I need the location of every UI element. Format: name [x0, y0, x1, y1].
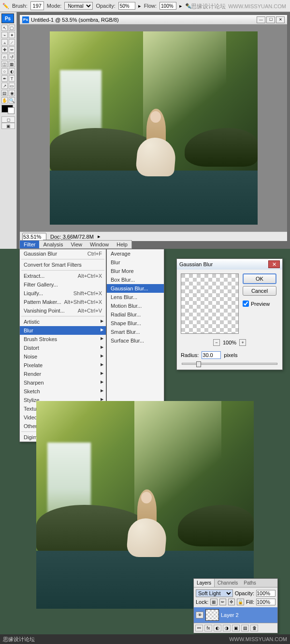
flow-arrow-icon[interactable]: ▸: [179, 3, 182, 9]
path-tool[interactable]: ↗: [1, 83, 8, 89]
menu-sharpen[interactable]: Sharpen: [20, 378, 106, 387]
menu-help[interactable]: Help: [113, 241, 131, 248]
menu-sketch[interactable]: Sketch: [20, 387, 106, 396]
mode-select[interactable]: Normal: [64, 2, 93, 10]
gradient-tool[interactable]: ▦: [9, 61, 15, 67]
eyedropper-tool[interactable]: ◉: [9, 90, 15, 96]
menu-filter-gallery[interactable]: Filter Gallery...: [20, 280, 106, 289]
submenu-gaussian-blur[interactable]: Gaussian Blur...: [107, 284, 164, 293]
menu-artistic[interactable]: Artistic: [20, 317, 106, 326]
preview-checkbox[interactable]: [243, 301, 249, 307]
cancel-button[interactable]: Cancel: [243, 286, 276, 296]
menu-extract[interactable]: Extract...Alt+Ctrl+X: [20, 272, 106, 280]
marquee-tool[interactable]: ▢: [9, 25, 15, 31]
slice-tool[interactable]: ⟋: [9, 39, 15, 45]
layer-thumbnail[interactable]: [205, 609, 219, 621]
document-titlebar[interactable]: Ps Untitled-1 @ 53.5% (sombra, RGB/8) — …: [20, 15, 287, 25]
canvas[interactable]: [20, 25, 287, 231]
submenu-blur[interactable]: Blur: [107, 258, 164, 267]
submenu-lens-blur[interactable]: Lens Blur...: [107, 293, 164, 301]
stamp-tool[interactable]: ⎌: [1, 54, 8, 60]
layer-name[interactable]: Layer 2: [221, 612, 239, 618]
zoom-out-button[interactable]: −: [213, 339, 220, 346]
radius-slider[interactable]: [182, 363, 277, 365]
dodge-tool[interactable]: ◐: [9, 68, 15, 74]
tab-channels[interactable]: Channels: [215, 579, 241, 587]
ok-button[interactable]: OK: [243, 273, 276, 284]
close-button[interactable]: ✕: [276, 16, 285, 23]
maximize-button[interactable]: ☐: [266, 16, 275, 23]
notes-tool[interactable]: ▤: [1, 90, 8, 96]
menu-blur[interactable]: Blur: [20, 326, 106, 335]
type-tool[interactable]: T: [9, 75, 15, 82]
eraser-tool[interactable]: ◫: [1, 61, 8, 67]
zoom-in-button[interactable]: +: [239, 339, 246, 346]
ps-logo-icon[interactable]: Ps: [1, 14, 14, 23]
fill-input[interactable]: [256, 599, 276, 605]
tab-layers[interactable]: Layers: [194, 579, 215, 587]
menu-vanishing-point[interactable]: Vanishing Point...Alt+Ctrl+V: [20, 306, 106, 315]
slider-thumb[interactable]: [196, 361, 201, 367]
brush-tool[interactable]: ✏: [9, 46, 15, 53]
crop-tool[interactable]: ⟁: [1, 39, 8, 45]
submenu-box-blur[interactable]: Box Blur...: [107, 275, 164, 284]
screenmode-toggle[interactable]: ▣: [1, 123, 15, 129]
submenu-motion-blur[interactable]: Motion Blur...: [107, 301, 164, 310]
quickmask-toggle[interactable]: ◻: [1, 116, 15, 123]
adjust-icon[interactable]: ◑: [223, 625, 231, 631]
menu-window[interactable]: Window: [86, 241, 113, 248]
flow-input[interactable]: [160, 2, 176, 10]
submenu-surface-blur[interactable]: Surface Blur...: [107, 336, 164, 345]
wand-tool[interactable]: ✦: [9, 32, 15, 38]
minimize-button[interactable]: —: [257, 16, 265, 23]
menu-last-filter[interactable]: Gaussian BlurCtrl+F: [20, 249, 106, 258]
menu-convert-smart[interactable]: Convert for Smart Filters: [20, 260, 106, 269]
menu-brush-strokes[interactable]: Brush Strokes: [20, 335, 106, 343]
lock-pos-icon[interactable]: ✥: [228, 599, 235, 605]
menu-analysis[interactable]: Analysis: [39, 241, 67, 248]
history-brush-tool[interactable]: ↺: [9, 54, 15, 60]
blend-mode-select[interactable]: Soft Light: [196, 589, 233, 597]
zoom-tool[interactable]: 🔍: [9, 97, 15, 103]
menu-pixelate[interactable]: Pixelate: [20, 361, 106, 370]
brush-picker[interactable]: 197: [30, 1, 44, 10]
doc-info-arrow-icon[interactable]: ▸: [98, 233, 101, 240]
hand-tool[interactable]: ✋: [1, 97, 8, 103]
menu-render[interactable]: Render: [20, 370, 106, 378]
submenu-blur-more[interactable]: Blur More: [107, 267, 164, 275]
menu-noise[interactable]: Noise: [20, 352, 106, 361]
dialog-preview[interactable]: [181, 273, 239, 334]
dialog-close-button[interactable]: ✕: [268, 260, 280, 268]
menu-distort[interactable]: Distort: [20, 343, 106, 352]
lock-trans-icon[interactable]: ▦: [210, 599, 217, 605]
lock-all-icon[interactable]: 🔒: [237, 599, 244, 605]
move-tool[interactable]: ↖: [1, 25, 8, 31]
opacity-input[interactable]: [118, 2, 135, 10]
layer-opacity-input[interactable]: [256, 590, 276, 597]
new-layer-icon[interactable]: ▤: [241, 625, 249, 631]
shape-tool[interactable]: ▭: [9, 83, 15, 89]
submenu-average[interactable]: Average: [107, 249, 164, 258]
tab-paths[interactable]: Paths: [241, 579, 259, 587]
visibility-icon[interactable]: 👁: [196, 612, 203, 618]
radius-input[interactable]: [202, 351, 221, 359]
lasso-tool[interactable]: ⌁: [1, 32, 8, 38]
fx-icon[interactable]: fx: [204, 625, 212, 631]
opacity-arrow-icon[interactable]: ▸: [138, 3, 141, 9]
submenu-smart-blur[interactable]: Smart Blur...: [107, 328, 164, 336]
menu-view[interactable]: View: [67, 241, 86, 248]
heal-tool[interactable]: ✚: [1, 46, 8, 53]
mask-icon[interactable]: ◐: [214, 625, 221, 631]
group-icon[interactable]: ▣: [232, 625, 240, 631]
link-icon[interactable]: ⚯: [195, 625, 203, 631]
trash-icon[interactable]: 🗑: [250, 625, 258, 631]
menu-filter[interactable]: Filter: [20, 241, 39, 248]
menu-liquify[interactable]: Liquify...Shift+Ctrl+X: [20, 289, 106, 298]
dialog-titlebar[interactable]: Gaussian Blur ✕: [177, 259, 282, 270]
pen-tool[interactable]: ✒: [1, 75, 8, 82]
layer-row[interactable]: 👁 Layer 2: [194, 607, 277, 623]
color-swatch[interactable]: [1, 105, 13, 113]
blur-tool[interactable]: ○: [1, 68, 8, 74]
submenu-shape-blur[interactable]: Shape Blur...: [107, 319, 164, 328]
lock-paint-icon[interactable]: ✏: [219, 599, 226, 605]
